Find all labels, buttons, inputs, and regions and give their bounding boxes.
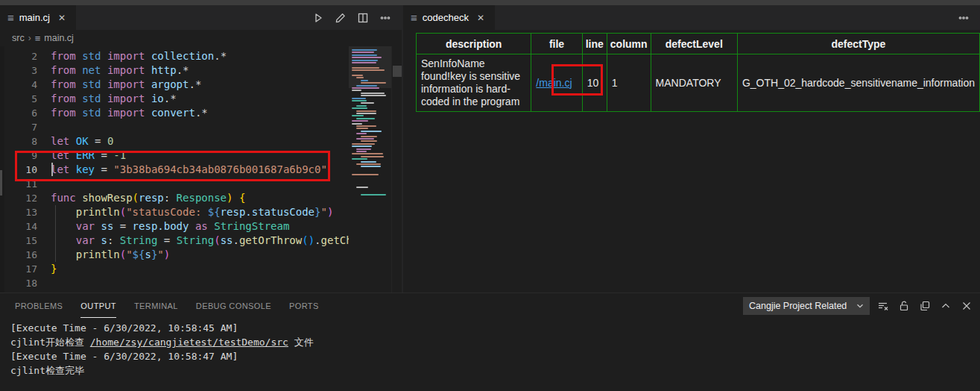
minimap-line [361,194,386,196]
close-icon[interactable]: ✕ [55,11,69,25]
code-line[interactable]: println("statusCode: ${resp.statusCode}"… [51,205,349,219]
minimap-line [361,102,374,104]
scrollbar-thumb[interactable] [393,66,402,77]
panel-tabs: PROBLEMSOUTPUTTERMINALDEBUG CONSOLEPORTS [15,293,319,318]
minimap-line [356,105,367,107]
line-number: 3 [4,63,37,78]
output-path-link[interactable]: /home/zsy/cangjietest/testDemo/src [90,337,288,348]
code-line[interactable]: from std import convert.* [51,106,349,120]
maximize-panel-icon[interactable] [938,298,953,313]
output-line: [Execute Time - 6/30/2022, 10:58:47 AM] [10,349,980,363]
minimap-line [352,87,379,89]
line-number: 4 [4,78,37,92]
editor-group-right: ≡ codecheck ✕ descriptionfilelinecolumnd… [403,5,980,293]
titlebar-strip [0,0,980,5]
minimap-line [352,158,367,160]
code-line[interactable]: let OK = 0 [51,134,349,148]
editor-actions [312,5,402,30]
column-header-defectLevel: defectLevel [651,34,737,54]
code-line[interactable]: var ss = resp.body as StringStream [51,219,349,234]
editor-group-left: ≡ main.cj ✕ [0,5,403,293]
column-header-description: description [417,34,531,54]
tab-main-cj[interactable]: ≡ main.cj ✕ [0,5,76,30]
minimap-line [361,161,376,163]
minimap-line [356,151,367,152]
panel-tab-terminal[interactable]: TERMINAL [134,293,178,318]
cell-description: SenInfoName found!key is sensitive infor… [417,54,531,112]
minimap-line [352,67,379,69]
defect-row: SenInfoName found!key is sensitive infor… [417,54,980,112]
panel-tab-debug-console[interactable]: DEBUG CONSOLE [196,293,271,318]
code-line[interactable]: println("${s}") [51,248,349,262]
panel-tab-ports[interactable]: PORTS [289,293,319,318]
minimap-line [352,90,361,91]
annotation-red-box-code [15,151,330,181]
minimap[interactable] [349,46,391,293]
code-line[interactable]: from std import collection.* [51,49,349,63]
more-actions-icon[interactable] [379,12,391,24]
code-editor[interactable]: 23456789101112131415161718 from std impo… [0,46,402,293]
output-text: [Execute Time - 6/30/2022, 10:58:47 AM] [10,351,238,362]
codecheck-webview: descriptionfilelinecolumndefectLeveldefe… [403,30,980,293]
output-channel-value: Cangjie Project Related [749,301,847,311]
minimap-line [352,57,382,58]
minimap-line [361,166,381,167]
minimap-line [356,125,376,127]
open-in-editor-icon[interactable] [917,298,932,313]
minimap-line [356,118,375,119]
edit-icon[interactable] [335,12,347,24]
output-log[interactable]: [Execute Time - 6/30/2022, 10:58:45 AM]c… [0,318,980,391]
minimap-line [361,93,385,94]
panel-tab-problems[interactable]: PROBLEMS [15,293,63,318]
more-actions-icon[interactable] [958,12,970,24]
breadcrumb[interactable]: src › ≡ main.cj [0,30,402,46]
minimap-line [352,143,375,145]
tab-codecheck[interactable]: ≡ codecheck ✕ [403,5,495,30]
line-number: 12 [4,191,37,205]
line-number: 13 [4,205,37,219]
code-line[interactable]: from std import io.* [51,92,349,106]
clear-output-icon[interactable] [876,298,891,313]
vscode-window: ≡ main.cj ✕ [0,0,980,391]
output-text: cjlint检查完毕 [10,365,84,376]
code-line[interactable] [51,276,349,290]
code-line[interactable]: func showResp(resp: Response) { [51,191,349,205]
column-header-file: file [531,34,582,54]
minimap-line [361,156,384,157]
edge-scroll-thumb[interactable] [0,170,2,196]
output-text: 文件 [288,337,314,348]
breadcrumb-folder[interactable]: src [12,33,25,43]
output-line: cjlint开始检查 /home/zsy/cangjietest/testDem… [10,335,980,349]
code-line[interactable]: from std import argopt.* [51,78,349,92]
minimap-line [352,100,367,101]
line-number: 7 [4,120,37,134]
run-icon[interactable] [312,12,324,24]
panel-tab-output[interactable]: OUTPUT [80,293,116,318]
split-editor-icon[interactable] [357,12,369,24]
webview-actions [958,5,980,30]
code-line[interactable] [51,120,349,134]
code-line[interactable]: } [51,262,349,276]
panel-actions: Cangjie Project Related [743,297,974,315]
file-list-icon: ≡ [411,12,417,23]
code-line[interactable]: var s: String = String(ss.getOrThrow().g… [51,234,349,248]
editor-scrollbar[interactable] [391,46,402,293]
close-panel-icon[interactable] [959,298,974,313]
output-text: [Execute Time - 6/30/2022, 10:58:45 AM] [10,322,238,334]
close-icon[interactable]: ✕ [474,11,487,25]
tab-label: codecheck [423,12,469,23]
output-line: cjlint检查完毕 [10,363,980,378]
code-line[interactable]: from net import http.* [51,63,349,78]
line-number: 14 [4,219,37,234]
output-channel-select[interactable]: Cangjie Project Related [743,297,870,315]
cell-defectType: G_OTH_02_hardcode_sensitivename_informat… [737,54,979,112]
minimap-line [352,60,378,61]
output-line: [Execute Time - 6/30/2022, 10:58:45 AM] [10,321,980,335]
minimap-line [361,140,377,142]
breadcrumb-file[interactable]: main.cj [44,33,74,43]
minimap-line [352,75,363,76]
file-list-icon: ≡ [35,33,41,44]
minimap-line [352,107,367,109]
unlock-icon[interactable] [897,298,911,313]
line-number: 5 [4,92,37,106]
